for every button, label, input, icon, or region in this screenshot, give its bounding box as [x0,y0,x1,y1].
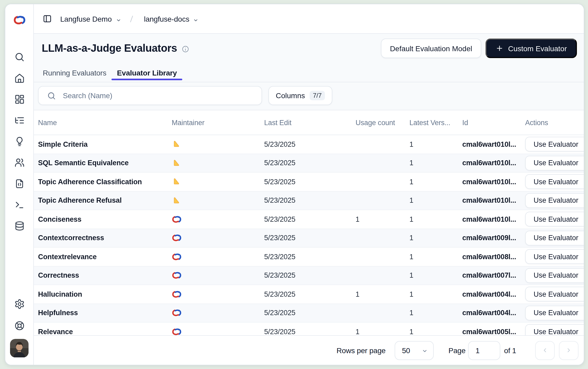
dashboard-icon[interactable] [14,94,25,105]
panel-toggle-icon[interactable] [43,14,52,23]
playground-icon[interactable] [14,178,25,189]
actions-cell: Use Evaluator [521,137,584,152]
user-avatar[interactable] [10,339,29,357]
topbar: Langfuse Demo langfuse-docs [34,4,584,34]
usage-count-cell: 1 [351,328,405,335]
tracing-icon[interactable] [14,115,25,126]
table-row[interactable]: Correctness 5/23/2025 1 cmal6wart007l...… [34,266,584,285]
home-icon[interactable] [14,73,25,83]
search-input[interactable] [63,91,262,100]
table-row[interactable]: Topic Adherence Refusal 5/23/2025 1 cmal… [34,191,584,210]
actions-cell: Use Evaluator [521,231,584,245]
table-row[interactable]: Contextrelevance 5/23/2025 1 cmal6wart00… [34,248,584,266]
use-evaluator-button[interactable]: Use Evaluator [525,212,584,227]
evaluator-name: Topic Adherence Refusal [34,197,167,205]
main-content: LLM-as-a-Judge Evaluators Default Evalua… [34,34,584,365]
support-icon[interactable] [14,320,25,331]
project-selector[interactable]: langfuse-docs [144,15,189,23]
use-evaluator-button[interactable]: Use Evaluator [525,306,584,320]
table-row[interactable]: Conciseness 5/23/2025 1 1 cmal6wart010l.… [34,210,584,229]
rows-per-page-label: Rows per page [337,346,386,354]
tab-evaluator-library[interactable]: Evaluator Library [112,64,182,82]
page-header: LLM-as-a-Judge Evaluators Default Evalua… [42,34,577,63]
next-page-button[interactable] [559,341,578,360]
info-icon[interactable] [182,45,189,53]
maintainer-cell [167,159,260,167]
maintainer-cell [167,272,260,280]
evaluator-name: Correctness [34,272,167,280]
evaluator-id: cmal6wart009l... [458,234,521,242]
page-number-input[interactable]: 1 [468,341,500,360]
langfuse-maintainer-icon [172,215,182,223]
use-evaluator-button[interactable]: Use Evaluator [525,324,584,335]
use-evaluator-button[interactable]: Use Evaluator [525,137,584,152]
columns-label: Columns [276,91,305,100]
columns-count-badge: 7/7 [310,91,325,100]
datasets-icon[interactable] [14,221,25,231]
evaluator-id: cmal6wart004l... [458,309,521,317]
column-header-maintainer: Maintainer [167,119,260,126]
search-icon[interactable] [14,52,25,62]
last-edit-cell: 5/23/2025 [260,253,351,261]
prompts-icon[interactable] [14,136,25,147]
usage-count-cell: 1 [351,215,405,223]
rows-per-page-value: 50 [402,346,410,354]
org-selector[interactable]: Langfuse Demo [60,15,112,23]
ragas-maintainer-icon [172,140,180,149]
search-box[interactable] [38,86,262,105]
evaluator-name: Hallucination [34,290,167,298]
table-row[interactable]: SQL Semantic Equivalence 5/23/2025 1 cma… [34,154,584,173]
maintainer-cell [167,178,260,186]
evaluator-name: Conciseness [34,215,167,223]
last-edit-cell: 5/23/2025 [260,215,351,223]
table-toolbar: Columns 7/7 [38,86,584,105]
use-evaluator-button[interactable]: Use Evaluator [525,193,584,208]
table-row[interactable]: Simple Criteria 5/23/2025 1 cmal6wart010… [34,135,584,154]
table-row[interactable]: Helpfulness 5/23/2025 1 cmal6wart004l...… [34,304,584,323]
columns-button[interactable]: Columns 7/7 [268,86,332,105]
use-evaluator-button[interactable]: Use Evaluator [525,174,584,189]
maintainer-cell [167,196,260,205]
langfuse-maintainer-icon [172,290,182,298]
latest-version-cell: 1 [405,140,458,148]
latest-version-cell: 1 [405,159,458,167]
ragas-maintainer-icon [172,159,180,167]
use-evaluator-button[interactable]: Use Evaluator [525,249,584,264]
use-evaluator-button[interactable]: Use Evaluator [525,268,584,283]
tab-running-evaluators[interactable]: Running Evaluators [38,64,112,82]
table-header-row: Name Maintainer Last Edit Usage count La… [34,110,584,135]
sidebar-nav [5,52,33,231]
latest-version-cell: 1 [405,197,458,205]
previous-page-button[interactable] [535,341,555,360]
desktop-background: Langfuse Demo langfuse-docs LLM-as-a-Jud… [0,0,588,369]
ragas-maintainer-icon [172,196,180,205]
rows-per-page-select[interactable]: 50 [395,341,434,360]
maintainer-cell [167,140,260,149]
page-title: LLM-as-a-Judge Evaluators [42,42,177,54]
use-evaluator-button[interactable]: Use Evaluator [525,231,584,245]
latest-version-cell: 1 [405,215,458,223]
actions-cell: Use Evaluator [521,249,584,264]
chevron-down-icon[interactable] [193,16,199,22]
table-row[interactable]: Hallucination 5/23/2025 1 1 cmal6wart004… [34,285,584,304]
evaluator-name: Helpfulness [34,309,167,317]
column-header-actions: Actions [521,119,584,126]
use-evaluator-button[interactable]: Use Evaluator [525,156,584,171]
app-window: Langfuse Demo langfuse-docs LLM-as-a-Jud… [5,4,584,365]
table-row[interactable]: Relevance 5/23/2025 1 1 cmal6wart005l...… [34,323,584,335]
settings-icon[interactable] [14,299,25,309]
table-row[interactable]: Topic Adherence Classification 5/23/2025… [34,173,584,191]
default-evaluation-model-button[interactable]: Default Evaluation Model [381,39,481,58]
users-icon[interactable] [14,157,25,168]
chevron-down-icon[interactable] [115,16,121,22]
page-label: Page [449,346,466,354]
table-row[interactable]: Contextcorrectness 5/23/2025 1 cmal6wart… [34,229,584,248]
column-header-name: Name [34,119,167,126]
terminal-icon[interactable] [14,200,25,210]
latest-version-cell: 1 [405,253,458,261]
custom-evaluator-button[interactable]: Custom Evaluator [485,39,577,58]
breadcrumb-slash-icon [127,14,136,23]
langfuse-maintainer-icon [172,328,182,335]
maintainer-cell [167,290,260,298]
use-evaluator-button[interactable]: Use Evaluator [525,287,584,302]
